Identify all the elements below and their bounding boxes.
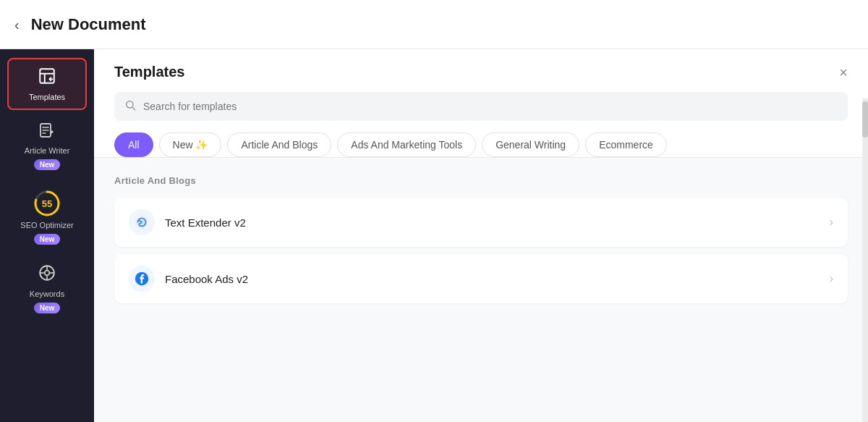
svg-rect-0: [40, 69, 54, 83]
facebook-ads-name: Facebook Ads v2: [165, 273, 830, 285]
content-header: Templates × All New ✨ Article And Blogs …: [94, 49, 868, 158]
filter-tab-article-blogs[interactable]: Article And Blogs: [227, 132, 331, 157]
sidebar-item-templates-label: Templates: [29, 93, 65, 101]
filter-tab-general-writing[interactable]: General Writing: [482, 132, 579, 157]
back-button[interactable]: ‹: [14, 17, 20, 32]
sidebar-item-keywords[interactable]: Keywords New: [7, 256, 87, 321]
article-writer-icon: [38, 122, 56, 143]
template-item-facebook-ads[interactable]: Facebook Ads v2 ›: [114, 254, 848, 303]
templates-icon: [38, 67, 56, 90]
search-input[interactable]: [143, 101, 838, 112]
scrollbar-thumb[interactable]: [862, 101, 868, 138]
seo-badge: New: [34, 234, 61, 245]
seo-circle: 55: [33, 189, 61, 218]
sidebar-item-seo-label: SEO Optimizer: [20, 221, 73, 229]
facebook-ads-chevron: ›: [830, 272, 833, 285]
search-bar: [114, 92, 848, 121]
sidebar: Templates Article Writer New: [0, 49, 94, 422]
sidebar-item-article-writer[interactable]: Article Writer New: [7, 114, 87, 177]
search-icon: [124, 99, 136, 114]
text-extender-name: Text Extender v2: [165, 216, 830, 229]
content-title: Templates: [114, 64, 184, 80]
seo-score: 55: [42, 198, 52, 209]
svg-point-11: [45, 271, 50, 276]
filter-tab-ecommerce[interactable]: Ecommerce: [585, 132, 667, 157]
scrollbar-track[interactable]: [862, 98, 868, 422]
header: ‹ New Document: [0, 0, 868, 49]
filter-tab-all[interactable]: All: [114, 132, 153, 157]
filter-tab-new[interactable]: New ✨: [159, 132, 222, 157]
content-title-row: Templates ×: [114, 64, 848, 80]
filter-tabs: All New ✨ Article And Blogs Ads And Mark…: [114, 132, 848, 157]
keywords-icon: [38, 263, 56, 287]
facebook-ads-icon: [129, 266, 155, 292]
svg-line-17: [132, 107, 135, 110]
section-title: Article And Blogs: [114, 175, 848, 186]
text-extender-icon: [129, 209, 155, 235]
sidebar-item-templates[interactable]: Templates: [7, 58, 87, 110]
keywords-badge: New: [34, 303, 61, 313]
text-extender-chevron: ›: [830, 216, 833, 229]
article-writer-badge: New: [34, 159, 61, 170]
sidebar-item-article-writer-label: Article Writer: [25, 146, 70, 155]
template-item-text-extender[interactable]: Text Extender v2 ›: [114, 198, 848, 247]
close-button[interactable]: ×: [839, 65, 848, 80]
main-layout: Templates Article Writer New: [0, 49, 868, 422]
page-title: New Document: [31, 15, 146, 34]
sidebar-item-keywords-label: Keywords: [30, 290, 64, 298]
templates-list: Article And Blogs Text Extender v2 ›: [94, 158, 868, 422]
sidebar-item-seo-optimizer[interactable]: 55 SEO Optimizer New: [7, 182, 87, 252]
content-area: Templates × All New ✨ Article And Blogs …: [94, 49, 868, 422]
filter-tab-ads-marketing[interactable]: Ads And Marketing Tools: [337, 132, 476, 157]
